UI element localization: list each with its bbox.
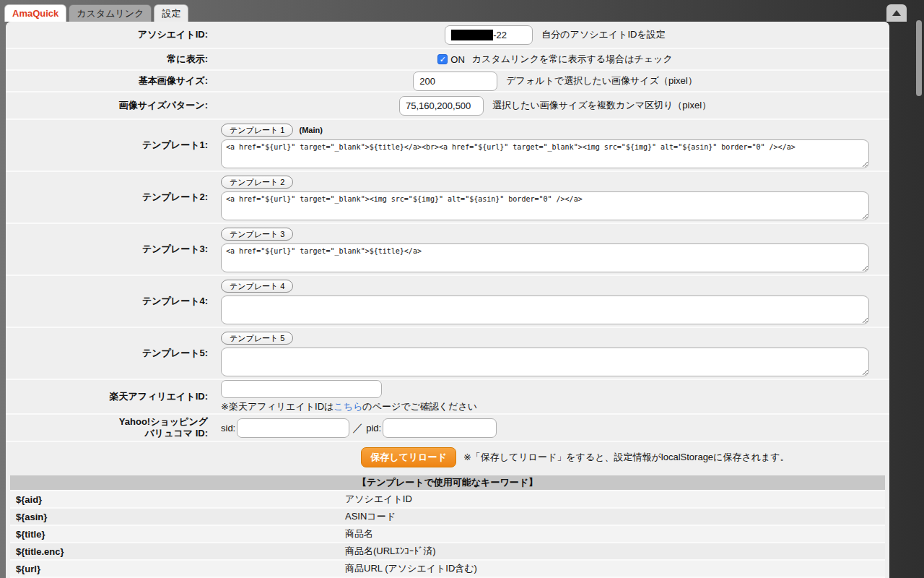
associate-id-input[interactable]: -22 — [445, 25, 533, 45]
template-2-textarea[interactable]: <a href="${url}" target="_blank"><img sr… — [221, 191, 869, 220]
row-yahoo-id: Yahoo!ショッピング バリュコマ ID: sid: ／ pid: — [6, 415, 889, 442]
keyword-cell: ${title} — [10, 529, 345, 540]
image-size-pattern-desc: 選択したい画像サイズを複数カンマ区切り（pixel） — [492, 99, 711, 112]
rakuten-id-input[interactable] — [221, 380, 382, 398]
always-show-checkbox[interactable]: ✓ — [437, 54, 448, 64]
keyword-desc-cell: ASINコード — [345, 510, 885, 523]
tab-amaquick[interactable]: AmaQuick — [4, 4, 66, 22]
row-save: 保存してリロード ※「保存してリロード」をすると、設定情報がlocalStora… — [6, 442, 889, 473]
top-tab-bar: AmaQuick カスタムリンク 設定 — [0, 0, 924, 22]
associate-id-desc: 自分のアソシエイトIDを設定 — [541, 28, 665, 41]
keywords-table: 【テンプレートで使用可能なキーワード】 ${aid} アソシエイトID ${as… — [10, 475, 885, 578]
table-row: ${title.enc} 商品名(URLｴﾝｺｰﾄﾞ済) — [10, 543, 885, 561]
keyword-desc-cell: 商品URL (アソシエイトID含む) — [345, 562, 885, 575]
yahoo-pid-input[interactable] — [383, 418, 497, 438]
row-template-4: テンプレート4: テンプレート 4 — [6, 276, 889, 328]
template-4-label: テンプレート4: — [6, 276, 217, 327]
base-image-size-label: 基本画像サイズ: — [6, 71, 217, 91]
always-show-desc: カスタムリンクを常に表示する場合はチェック — [472, 53, 673, 66]
table-row: ${asin} ASINコード — [10, 509, 885, 526]
template-4-textarea[interactable] — [221, 296, 869, 324]
on-label: ON — [450, 54, 465, 65]
template-1-main-note: (Main) — [299, 126, 322, 134]
keyword-desc-cell: 商品名(URLｴﾝｺｰﾄﾞ済) — [345, 545, 885, 558]
rakuten-here-link[interactable]: こちら — [334, 401, 362, 412]
row-associate-id: アソシエイトID: -22 自分のアソシエイトIDを設定 — [6, 22, 889, 49]
template-2-button[interactable]: テンプレート 2 — [221, 176, 293, 189]
keyword-cell: ${url} — [10, 564, 345, 574]
save-reload-button[interactable]: 保存してリロード — [361, 447, 456, 467]
keyword-cell: ${title.enc} — [10, 546, 345, 557]
rakuten-id-label: 楽天アフィリエイトID: — [6, 380, 217, 413]
template-5-button[interactable]: テンプレート 5 — [221, 332, 293, 345]
sid-label: sid: — [221, 423, 235, 434]
template-3-textarea[interactable]: <a href="${url}" target="_blank">${title… — [221, 243, 869, 272]
template-2-label: テンプレート2: — [6, 172, 217, 223]
template-5-label: テンプレート5: — [6, 328, 217, 379]
template-4-button[interactable]: テンプレート 4 — [221, 280, 293, 293]
base-image-size-input[interactable] — [413, 72, 497, 91]
keyword-desc-cell: アソシエイトID — [345, 493, 885, 506]
settings-panel: アソシエイトID: -22 自分のアソシエイトIDを設定 常に表示: ✓ ON … — [6, 22, 889, 578]
row-template-3: テンプレート3: テンプレート 3 <a href="${url}" targe… — [6, 224, 889, 276]
table-row: ${url} 商品URL (アソシエイトID含む) — [10, 561, 885, 578]
scrollbar-thumb[interactable] — [916, 20, 922, 96]
save-note: ※「保存してリロード」をすると、設定情報がlocalStorageに保存されます… — [463, 451, 790, 464]
rakuten-note: ※楽天アフィリエイトIDはこちらのページでご確認ください — [221, 400, 889, 413]
template-5-textarea[interactable] — [221, 348, 869, 376]
yahoo-id-label: Yahoo!ショッピング バリュコマ ID: — [6, 415, 217, 441]
row-template-2: テンプレート2: テンプレート 2 <a href="${url}" targe… — [6, 172, 889, 224]
row-template-5: テンプレート5: テンプレート 5 — [6, 328, 889, 380]
up-triangle-icon — [892, 10, 901, 16]
image-size-pattern-input[interactable] — [399, 96, 484, 116]
keyword-cell: ${asin} — [10, 512, 345, 522]
keyword-desc-cell: 商品名 — [345, 527, 885, 540]
template-1-label: テンプレート1: — [6, 120, 217, 171]
template-1-textarea[interactable]: <a href="${url}" target="_blank">${title… — [221, 139, 869, 168]
associate-id-label: アソシエイトID: — [6, 22, 217, 48]
template-1-button[interactable]: テンプレート 1 — [221, 124, 293, 137]
slash-separator: ／ — [352, 421, 363, 435]
tab-custom-link[interactable]: カスタムリンク — [69, 4, 152, 22]
pid-label: pid: — [366, 423, 381, 434]
template-3-label: テンプレート3: — [6, 224, 217, 275]
image-size-pattern-label: 画像サイズパターン: — [6, 92, 217, 118]
always-show-label: 常に表示: — [6, 49, 217, 69]
row-always-show: 常に表示: ✓ ON カスタムリンクを常に表示する場合はチェック — [6, 49, 889, 71]
table-row: ${aid} アソシエイトID — [10, 491, 885, 509]
yahoo-sid-input[interactable] — [237, 418, 349, 438]
row-base-image-size: 基本画像サイズ: デフォルトで選択したい画像サイズ（pixel） — [6, 71, 889, 92]
row-image-size-pattern: 画像サイズパターン: 選択したい画像サイズを複数カンマ区切り（pixel） — [6, 92, 889, 120]
tab-settings[interactable]: 設定 — [154, 4, 188, 22]
base-image-size-desc: デフォルトで選択したい画像サイズ（pixel） — [506, 74, 697, 87]
table-row: ${title} 商品名 — [10, 526, 885, 543]
redacted-value — [451, 30, 493, 40]
template-3-button[interactable]: テンプレート 3 — [221, 228, 293, 241]
row-template-1: テンプレート1: テンプレート 1 (Main) <a href="${url}… — [6, 120, 889, 172]
keywords-table-header: 【テンプレートで使用可能なキーワード】 — [10, 475, 885, 491]
row-rakuten-id: 楽天アフィリエイトID: ※楽天アフィリエイトIDはこちらのページでご確認くださ… — [6, 380, 889, 415]
scroll-to-top-button[interactable] — [886, 4, 907, 22]
keyword-cell: ${aid} — [10, 494, 345, 505]
